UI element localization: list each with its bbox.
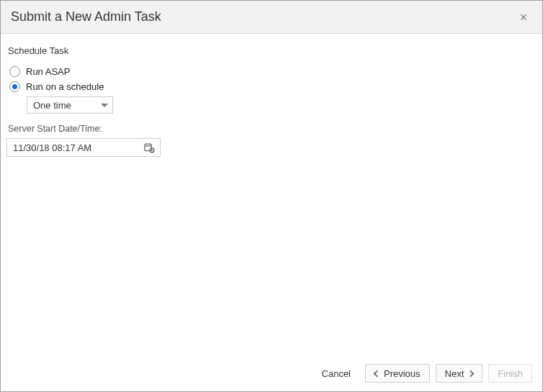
- frequency-select[interactable]: One time: [27, 96, 113, 114]
- chevron-left-icon: [374, 370, 381, 377]
- previous-button-label: Previous: [384, 368, 421, 379]
- start-datetime-value: 11/30/18 08:17 AM: [13, 142, 91, 153]
- dialog-body: Schedule Task Run ASAP Run on a schedule…: [1, 34, 542, 357]
- next-button-label: Next: [445, 368, 465, 379]
- start-datetime-input[interactable]: 11/30/18 08:17 AM: [6, 138, 161, 157]
- next-button[interactable]: Next: [436, 364, 483, 383]
- previous-button[interactable]: Previous: [365, 364, 430, 383]
- cancel-button[interactable]: Cancel: [313, 364, 359, 383]
- start-datetime-label: Server Start Date/Time:: [8, 124, 537, 134]
- svg-rect-0: [145, 144, 151, 150]
- radio-icon: [9, 81, 20, 92]
- radio-icon: [9, 66, 20, 77]
- radio-run-asap[interactable]: Run ASAP: [9, 66, 537, 77]
- chevron-right-icon: [467, 370, 475, 377]
- finish-button-label: Finish: [498, 368, 523, 379]
- radio-run-asap-label: Run ASAP: [26, 66, 70, 77]
- dialog-title: Submit a New Admin Task: [11, 9, 161, 24]
- calendar-icon[interactable]: [143, 141, 156, 154]
- svg-line-6: [152, 150, 153, 151]
- dialog: Submit a New Admin Task × Schedule Task …: [0, 0, 543, 392]
- dialog-footer: Cancel Previous Next Finish: [1, 357, 542, 391]
- section-heading: Schedule Task: [8, 45, 537, 56]
- frequency-select-value: One time: [33, 100, 71, 111]
- chevron-down-icon: [101, 104, 108, 107]
- close-icon: ×: [520, 11, 528, 24]
- close-button[interactable]: ×: [515, 9, 532, 26]
- finish-button: Finish: [488, 364, 532, 383]
- cancel-button-label: Cancel: [322, 368, 351, 379]
- radio-run-schedule-label: Run on a schedule: [26, 81, 104, 92]
- dialog-header: Submit a New Admin Task ×: [1, 1, 542, 34]
- radio-run-schedule[interactable]: Run on a schedule: [9, 81, 537, 92]
